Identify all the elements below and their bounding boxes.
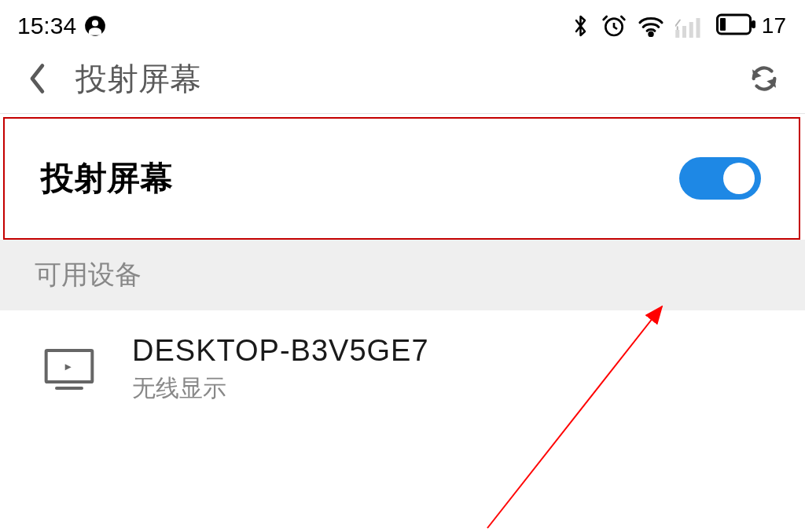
display-device-icon [44,344,94,394]
svg-rect-10 [720,18,726,31]
app-header: 投射屏幕 [0,49,805,113]
status-time: 15:34 [17,13,76,39]
cast-toggle-switch[interactable] [679,157,761,200]
header-divider [0,113,805,114]
battery-group: 17 [716,13,786,39]
page-title: 投射屏幕 [75,57,201,101]
svg-rect-4 [675,30,679,38]
device-name: DESKTOP-B3V5GE7 [132,334,429,368]
highlight-annotation-box: 投射屏幕 [3,117,800,240]
profile-icon [84,15,106,37]
battery-icon [716,13,757,39]
svg-rect-6 [689,22,693,38]
status-bar: 15:34 [0,0,805,49]
back-button[interactable] [22,63,53,94]
svg-point-1 [92,20,98,26]
alarm-icon [601,13,627,39]
svg-rect-9 [752,20,755,28]
device-info: DESKTOP-B3V5GE7 无线显示 [132,334,429,405]
available-devices-section-header: 可用设备 [0,240,805,310]
signal-icon [675,14,705,38]
header-left-group: 投射屏幕 [22,57,201,101]
cast-toggle-label: 投射屏幕 [41,156,173,200]
bluetooth-icon [572,13,590,39]
status-right-group: 17 [572,13,786,39]
refresh-button[interactable] [748,63,780,94]
section-title: 可用设备 [35,257,770,293]
cast-toggle-row[interactable]: 投射屏幕 [5,119,799,238]
svg-rect-5 [682,26,686,38]
wifi-icon [638,15,664,37]
svg-point-3 [649,32,652,35]
device-subtitle: 无线显示 [132,372,429,405]
svg-rect-7 [696,18,700,38]
toggle-knob [723,163,755,194]
status-left-group: 15:34 [17,13,106,39]
battery-level: 17 [762,13,786,39]
device-list-item[interactable]: DESKTOP-B3V5GE7 无线显示 [0,310,805,419]
